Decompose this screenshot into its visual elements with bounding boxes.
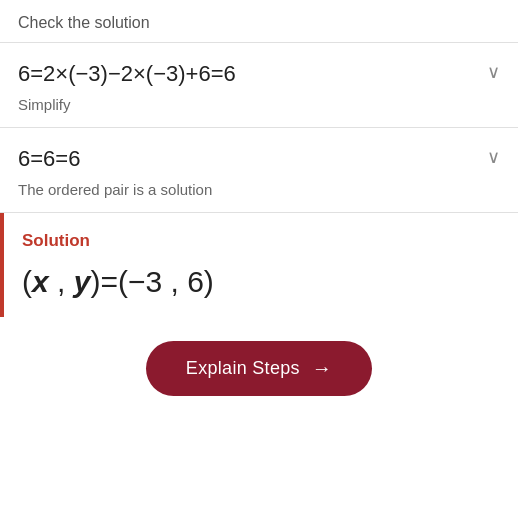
solution-comma1: , [49, 265, 74, 298]
arrow-icon: → [312, 357, 332, 380]
solution-open-paren: ( [22, 265, 32, 298]
main-container: Check the solution 6=2×(−3)−2×(−3)+6=6 S… [0, 0, 518, 520]
solution-comma2: , [162, 265, 187, 298]
step-2-block: 6=6=6 The ordered pair is a solution ∨ [0, 128, 518, 213]
step-2-label: The ordered pair is a solution [18, 181, 500, 198]
step-2-chevron[interactable]: ∨ [487, 146, 500, 168]
solution-section: Solution (x , y)=(−3 , 6) [0, 213, 518, 317]
step-1-block: 6=2×(−3)−2×(−3)+6=6 Simplify ∨ [0, 43, 518, 128]
solution-equals: = [100, 265, 118, 298]
step-1-label: Simplify [18, 96, 500, 113]
section-title: Check the solution [0, 0, 518, 43]
step-1-chevron[interactable]: ∨ [487, 61, 500, 83]
solution-neg3: −3 [128, 265, 162, 298]
solution-equation: (x , y)=(−3 , 6) [22, 261, 500, 303]
solution-close-paren2: ) [204, 265, 214, 298]
solution-6: 6 [187, 265, 204, 298]
solution-label: Solution [22, 231, 500, 251]
solution-open-paren2: ( [118, 265, 128, 298]
solution-y: y [74, 265, 91, 298]
header-title: Check the solution [18, 14, 150, 31]
explain-steps-button[interactable]: Explain Steps → [146, 341, 372, 396]
solution-close-paren: ) [90, 265, 100, 298]
step-1-equation: 6=2×(−3)−2×(−3)+6=6 [18, 59, 500, 90]
explain-btn-wrapper: Explain Steps → [0, 341, 518, 396]
explain-btn-label: Explain Steps [186, 358, 300, 379]
solution-x: x [32, 265, 49, 298]
step-2-equation: 6=6=6 [18, 144, 500, 175]
